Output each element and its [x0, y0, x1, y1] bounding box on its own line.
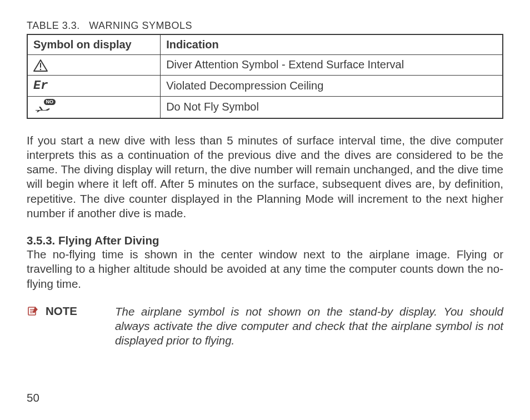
header-symbol: Symbol on display [27, 34, 161, 55]
table-row: NO Do Not Fly Symbol [27, 96, 503, 118]
section-heading: 3.5.3. Flying After Diving [27, 234, 503, 247]
table-caption: TABLE 3.3. WARNING SYMBOLS [27, 20, 503, 32]
symbol-cell-error: Er [27, 75, 161, 96]
symbol-cell-attention [27, 55, 161, 76]
table-title: WARNING SYMBOLS [89, 20, 192, 31]
indication-cell: Violated Decompression Ceiling [161, 75, 503, 96]
note-text: The airplane symbol is not shown on the … [115, 304, 503, 348]
no-fly-icon: NO [33, 100, 56, 114]
indication-cell: Diver Attention Symbol - Extend Surface … [161, 55, 503, 76]
section-body: The no-flying time is shown in the cente… [27, 247, 503, 291]
section-title: Flying After Diving [58, 234, 159, 247]
indication-cell: Do Not Fly Symbol [161, 96, 503, 118]
header-indication: Indication [161, 34, 503, 55]
page-number: 50 [27, 391, 39, 404]
table-header-row: Symbol on display Indication [27, 34, 503, 55]
warning-triangle-icon [33, 59, 48, 72]
table-row: Diver Attention Symbol - Extend Surface … [27, 55, 503, 76]
airplane-icon [34, 106, 51, 113]
svg-point-2 [40, 68, 42, 70]
table-number: TABLE 3.3. [27, 20, 80, 31]
paragraph-continuation-dive: If you start a new dive with less than 5… [27, 133, 503, 221]
page: TABLE 3.3. WARNING SYMBOLS Symbol on dis… [0, 0, 530, 420]
error-code-icon: Er [33, 79, 48, 93]
section-number: 3.5.3. [27, 234, 55, 247]
table-row: Er Violated Decompression Ceiling [27, 75, 503, 96]
no-fly-badge: NO [44, 99, 56, 105]
note-label: NOTE [46, 304, 99, 318]
note-icon [27, 306, 39, 319]
note-block: NOTE The airplane symbol is not shown on… [27, 304, 503, 348]
symbol-cell-nofly: NO [27, 96, 161, 118]
warning-symbols-table: Symbol on display Indication Diver Atten… [27, 34, 503, 119]
